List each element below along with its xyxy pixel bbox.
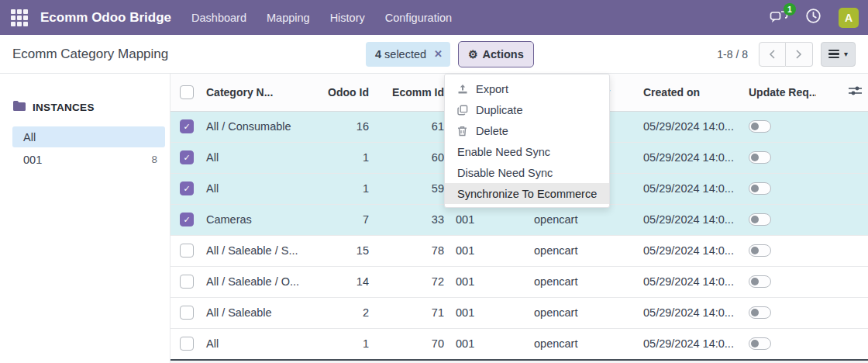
pager-next-button[interactable]: [786, 42, 813, 67]
cell-category: All / Consumable: [203, 111, 319, 142]
sidebar-item-all[interactable]: All: [12, 126, 165, 147]
messages-button[interactable]: 1: [770, 9, 788, 27]
cell-category: All / Saleable / O...: [203, 266, 319, 297]
table-row[interactable]: All / Saleable / O... 14 72 001 opencart…: [170, 266, 868, 297]
selection-count: 4: [375, 48, 381, 60]
cell-ecomm-id: 72: [370, 266, 446, 297]
clock-icon: [805, 8, 822, 27]
table-row[interactable]: All / Saleable 2 71 001 opencart 05/29/2…: [170, 297, 868, 328]
cell-category: Cameras: [203, 204, 319, 235]
sidebar-section-title: INSTANCES: [33, 102, 95, 113]
menu-item-export[interactable]: Export: [445, 78, 609, 99]
pager-previous-button[interactable]: [759, 42, 786, 67]
update-required-toggle[interactable]: [749, 213, 771, 226]
cell-created-by: opencart: [531, 204, 636, 235]
menu-item-delete[interactable]: Delete: [445, 120, 609, 141]
page-title[interactable]: Ecomm Category Mapping: [12, 47, 168, 62]
table-row[interactable]: ✓ Cameras 7 33 001 opencart 05/29/2024 1…: [170, 204, 868, 235]
column-header-category[interactable]: Category N...: [203, 74, 319, 111]
trash-icon: [457, 126, 476, 137]
cell-odoo-id: 2: [319, 297, 370, 328]
clear-selection-icon[interactable]: ✕: [434, 48, 443, 60]
menu-item-label: Delete: [476, 125, 508, 137]
row-checkbox[interactable]: ✓: [180, 150, 194, 164]
update-required-toggle[interactable]: [749, 182, 771, 195]
cell-category: All: [203, 173, 319, 204]
cell-ecomm-id: 78: [370, 235, 446, 266]
update-required-toggle[interactable]: [749, 306, 771, 319]
cell-odoo-id: 14: [319, 266, 370, 297]
menu-item-disable-need-sync[interactable]: Disable Need Sync: [445, 162, 609, 183]
cell-instance: 001: [446, 297, 531, 328]
list-view-toggle-button[interactable]: ▾: [821, 42, 856, 67]
cell-created-on: 05/29/2024 14:0...: [636, 266, 742, 297]
cell-ecomm-id: 61: [370, 111, 446, 142]
cell-created-by: opencart: [531, 297, 636, 328]
column-header-created-on[interactable]: Created on: [636, 74, 742, 111]
menu-item-label: Disable Need Sync: [457, 167, 553, 179]
menu-item-enable-need-sync[interactable]: Enable Need Sync: [445, 141, 609, 162]
list-view-icon: [828, 50, 839, 59]
menu-item-label: Synchronize To Ecommerce: [457, 188, 597, 200]
column-header-update-required[interactable]: Update Req...: [742, 74, 816, 111]
table-row[interactable]: All / Saleable / S... 15 78 001 opencart…: [170, 235, 868, 266]
app-title[interactable]: Ecomm Odoo Bridge: [40, 10, 171, 26]
cell-created-on: 05/29/2024 14:0...: [636, 173, 742, 204]
row-checkbox[interactable]: ✓: [180, 213, 194, 226]
top-navbar: Ecomm Odoo Bridge Dashboard Mapping Hist…: [0, 0, 868, 35]
nav-item-history[interactable]: History: [330, 12, 365, 24]
gear-icon: ⚙: [468, 48, 478, 60]
menu-item-synchronize-to-ecommerce[interactable]: Synchronize To Ecommerce: [445, 183, 609, 204]
menu-item-label: Duplicate: [476, 104, 522, 116]
cell-category: All: [203, 328, 319, 359]
row-checkbox[interactable]: [180, 306, 194, 320]
update-required-toggle[interactable]: [749, 337, 771, 350]
cell-odoo-id: 7: [319, 204, 370, 235]
menu-item-duplicate[interactable]: Duplicate: [445, 99, 609, 120]
apps-grid-icon[interactable]: [11, 9, 28, 26]
selection-badge: 4 selected ✕: [366, 42, 450, 67]
sidebar-item-label: 001: [23, 154, 42, 166]
cell-created-on: 05/29/2024 14:0...: [636, 142, 742, 173]
cell-ecomm-id: 70: [370, 328, 446, 359]
cell-created-by: opencart: [531, 266, 636, 297]
nav-item-dashboard[interactable]: Dashboard: [191, 12, 246, 24]
row-checkbox[interactable]: ✓: [180, 119, 194, 133]
cell-ecomm-id: 60: [370, 142, 446, 173]
table-end-divider: [170, 359, 868, 363]
actions-button[interactable]: ⚙ Actions: [458, 41, 534, 67]
row-checkbox[interactable]: [180, 337, 194, 351]
row-checkbox[interactable]: ✓: [180, 182, 194, 195]
selection-label: selected: [384, 48, 426, 60]
nav-item-configuration[interactable]: Configuration: [385, 12, 452, 24]
pager-range: 1-8 / 8: [717, 48, 748, 60]
update-required-toggle[interactable]: [749, 151, 771, 164]
column-header-odoo-id[interactable]: Odoo Id: [319, 74, 370, 111]
cell-instance: 001: [446, 266, 531, 297]
cell-category: All / Saleable / S...: [203, 235, 319, 266]
row-checkbox[interactable]: [180, 244, 194, 258]
optional-columns-icon[interactable]: [849, 86, 862, 99]
export-icon: [457, 84, 476, 95]
duplicate-icon: [457, 105, 476, 116]
cell-instance: 001: [446, 328, 531, 359]
update-required-toggle[interactable]: [749, 120, 771, 133]
update-required-toggle[interactable]: [749, 244, 771, 257]
activities-button[interactable]: [805, 8, 822, 27]
update-required-toggle[interactable]: [749, 275, 771, 288]
user-avatar[interactable]: A: [839, 8, 859, 28]
cell-created-by: opencart: [531, 235, 636, 266]
table-row[interactable]: All 1 70 001 opencart 05/29/2024 14:0...: [170, 328, 868, 359]
cell-created-on: 05/29/2024 14:0...: [636, 235, 742, 266]
sidebar-item-001[interactable]: 001 8: [12, 149, 165, 170]
row-checkbox[interactable]: [180, 275, 194, 289]
cell-category: All / Saleable: [203, 297, 319, 328]
menu-item-label: Export: [476, 83, 508, 95]
cell-created-by: opencart: [531, 328, 636, 359]
control-bar: Ecomm Category Mapping 4 selected ✕ ⚙ Ac…: [0, 35, 868, 74]
column-header-ecomm-id[interactable]: Ecomm Id: [370, 74, 446, 111]
select-all-checkbox[interactable]: [180, 85, 194, 99]
nav-item-mapping[interactable]: Mapping: [267, 12, 310, 24]
cell-category: All: [203, 142, 319, 173]
cell-odoo-id: 16: [319, 111, 370, 142]
